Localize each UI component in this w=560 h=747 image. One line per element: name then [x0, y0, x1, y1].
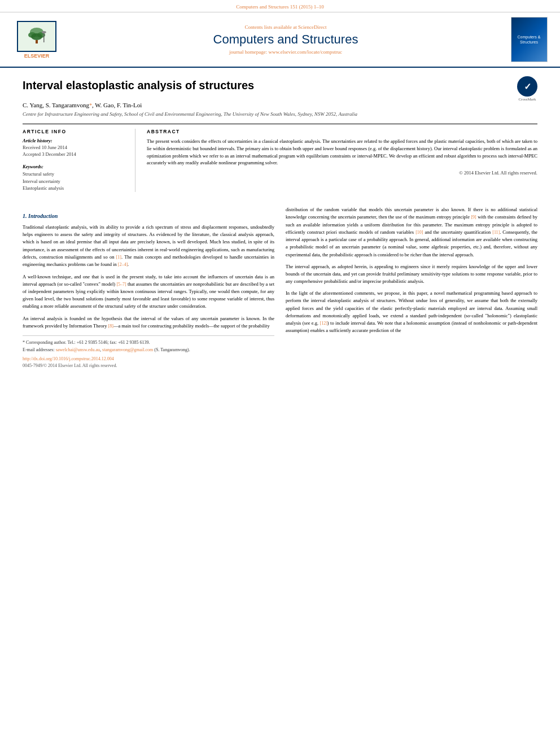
top-bar: Computers and Structures 151 (2015) 1–10 [0, 0, 560, 12]
journal-title: Computers and Structures [73, 32, 498, 47]
footnote-email: E-mail addresses: sawelchai@unsw.edu.au,… [23, 347, 274, 353]
article-info-title: ARTICLE INFO [23, 129, 126, 134]
doi-link[interactable]: http://dx.doi.org/10.1016/j.compstruc.20… [23, 356, 274, 362]
email-label: E-mail addresses: [23, 347, 55, 352]
elsevier-logo-box [17, 21, 56, 52]
journal-homepage: journal homepage: www.elsevier.com/locat… [73, 49, 498, 55]
footnote-corresponding: * Corresponding author. Tel.: +61 2 9385… [23, 339, 274, 346]
crossmark-icon: ✓ [517, 76, 537, 97]
journal-center: Contents lists available at ScienceDirec… [62, 24, 509, 55]
article-history: Article history: Received 10 June 2014 A… [23, 138, 126, 158]
ref-2-4[interactable]: [2–4] [118, 262, 128, 267]
intro-paragraph-3: An interval analysis is founded on the h… [23, 315, 274, 330]
intro-paragraph-1: Traditional elastoplastic analysis, with… [23, 224, 274, 268]
keyword-1: Structural safety [23, 171, 126, 178]
abstract-title: ABSTRACT [147, 129, 537, 134]
svg-point-6 [42, 31, 46, 33]
right-paragraph-2: The interval approach, as adopted herein… [286, 263, 537, 286]
article-title: Interval elastoplastic analysis of struc… [23, 79, 254, 92]
crossmark-label: CrossMark [517, 97, 537, 102]
contents-line: Contents lists available at ScienceDirec… [73, 24, 498, 30]
ref-8[interactable]: [8] [108, 324, 113, 329]
right-paragraph-1: distribution of the random variable that… [286, 206, 537, 259]
svg-rect-4 [36, 40, 38, 43]
right-paragraph-3: In the light of the aforementioned comme… [286, 290, 537, 334]
svg-point-3 [31, 33, 42, 40]
footnote-section: * Corresponding author. Tel.: +61 2 9385… [23, 335, 274, 369]
keywords-section: Keywords: Structural safety Interval unc… [23, 164, 126, 192]
abstract-area: ABSTRACT The present work considers the … [147, 129, 537, 192]
keyword-3: Elastoplastic analysis [23, 185, 126, 192]
divider-1 [23, 124, 537, 124]
crossmark-container[interactable]: ✓ CrossMark [517, 76, 537, 102]
journal-cover-image: Computers & Structures [511, 17, 548, 62]
history-title: Article history: [23, 138, 126, 143]
intro-paragraph-2: A well-known technique, and one that is … [23, 273, 274, 311]
journal-reference-link[interactable]: Computers and Structures 151 (2015) 1–10 [236, 4, 324, 10]
copyright-text: © 2014 Elsevier Ltd. All rights reserved… [147, 170, 537, 176]
article-section: Interval elastoplastic analysis of struc… [0, 68, 560, 198]
keyword-2: Interval uncertainty [23, 178, 126, 185]
info-area: ARTICLE INFO Article history: Received 1… [23, 129, 537, 192]
homepage-label: journal homepage: www.elsevier.com/locat… [229, 49, 342, 55]
elsevier-logo-inner [18, 22, 55, 51]
email-link-1[interactable]: sawelchai@unsw.edu.au [56, 347, 100, 352]
ref-1[interactable]: [1] [116, 255, 121, 260]
elsevier-tree-icon [25, 27, 48, 46]
contents-label: Contents lists available at [245, 24, 297, 30]
affiliation: Centre for Infrastructure Engineering an… [23, 111, 537, 117]
article-info-column: ARTICLE INFO Article history: Received 1… [23, 129, 135, 192]
journal-thumbnail: Computers & Structures [509, 17, 549, 62]
ref-11[interactable]: [11] [492, 230, 500, 235]
journal-cover-title: Computers & Structures [514, 34, 545, 45]
email-name: (S. Tangaramvong). [154, 347, 190, 352]
left-column: 1. Introduction Traditional elastoplasti… [23, 206, 274, 369]
right-column: distribution of the random variable that… [286, 206, 537, 369]
keywords-title: Keywords: [23, 164, 126, 169]
ref-5-7[interactable]: [5–7] [116, 282, 126, 287]
authors-line: C. Yang, S. Tangaramvong*, W. Gao, F. Ti… [23, 102, 537, 108]
sciencedirect-link[interactable]: ScienceDirect [298, 24, 326, 30]
main-content: 1. Introduction Traditional elastoplasti… [0, 198, 560, 377]
issn-line: 0045-7949/© 2014 Elsevier Ltd. All right… [23, 362, 274, 369]
email-link-2[interactable]: stangaramvong@gmail.com [102, 347, 153, 352]
authors-rest: , W. Gao, F. Tin-Loi [92, 102, 142, 108]
elsevier-logo: ELSEVIER [11, 21, 62, 59]
introduction-heading: 1. Introduction [23, 212, 274, 220]
ref-12[interactable]: [12] [320, 321, 327, 326]
journal-header: ELSEVIER Contents lists available at Sci… [0, 12, 560, 68]
ref-10[interactable]: [10] [415, 230, 423, 235]
svg-rect-5 [43, 32, 45, 42]
elsevier-brand-text: ELSEVIER [24, 53, 50, 59]
accepted-date: Accepted 3 December 2014 [23, 151, 126, 158]
abstract-text: The present work considers the effects o… [147, 138, 537, 167]
ref-9[interactable]: [9] [471, 215, 476, 220]
received-date: Received 10 June 2014 [23, 145, 126, 151]
authors-first: C. Yang, S. Tangaramvong [23, 102, 89, 108]
